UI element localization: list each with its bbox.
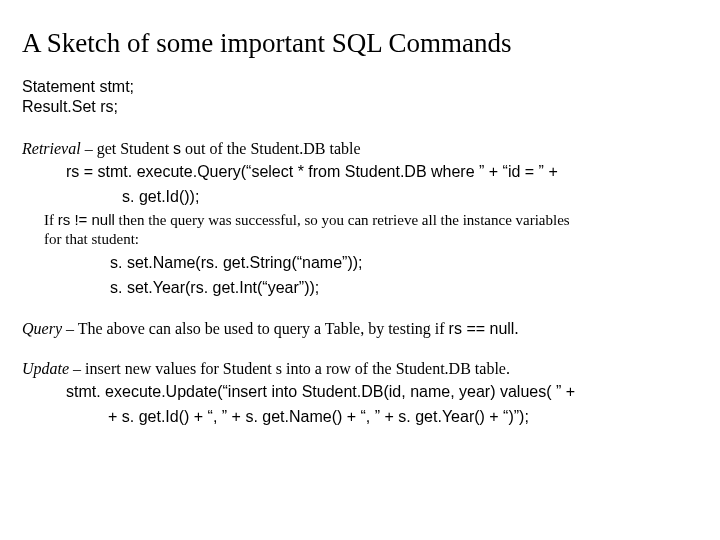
page-title: A Sketch of some important SQL Commands (22, 28, 698, 59)
declarations-block: Statement stmt; Result.Set rs; (22, 77, 698, 117)
retrieval-note: If rs != null then the query was success… (44, 211, 698, 249)
retrieval-note-cond: rs != null (58, 211, 115, 228)
update-heading: Update – insert new values for Student s… (22, 359, 698, 380)
retrieval-s-token: s (173, 140, 181, 157)
query-desc-post: . (514, 320, 518, 337)
retrieval-set-1: s. set.Name(rs. get.String(“name”)); (110, 253, 698, 274)
retrieval-desc-pre: – get Student (81, 140, 173, 157)
retrieval-note-line2: for that student: (44, 231, 139, 247)
query-label: Query (22, 320, 62, 337)
update-label: Update (22, 360, 69, 377)
retrieval-label: Retrieval (22, 140, 81, 157)
retrieval-code-1: rs = stmt. execute.Query(“select * from … (66, 162, 698, 183)
slide: A Sketch of some important SQL Commands … (0, 0, 720, 428)
retrieval-code-2: s. get.Id()); (122, 187, 698, 208)
query-heading: Query – The above can also be used to qu… (22, 319, 698, 340)
update-desc: – insert new values for Student s into a… (69, 360, 510, 377)
retrieval-set-2: s. set.Year(rs. get.Int(“year”)); (110, 278, 698, 299)
decl-line-2: Result.Set rs; (22, 97, 698, 117)
update-code-2: + s. get.Id() + “, ” + s. get.Name() + “… (108, 407, 698, 428)
retrieval-desc-post: out of the Student.DB table (181, 140, 361, 157)
retrieval-note-mid: then the query was successful, so you ca… (115, 212, 570, 228)
decl-line-1: Statement stmt; (22, 77, 698, 97)
retrieval-note-pre: If (44, 212, 58, 228)
retrieval-heading: Retrieval – get Student s out of the Stu… (22, 139, 698, 160)
update-code-1: stmt. execute.Update(“insert into Studen… (66, 382, 698, 403)
query-cond: rs == null (449, 320, 515, 337)
query-desc-pre: – The above can also be used to query a … (62, 320, 449, 337)
